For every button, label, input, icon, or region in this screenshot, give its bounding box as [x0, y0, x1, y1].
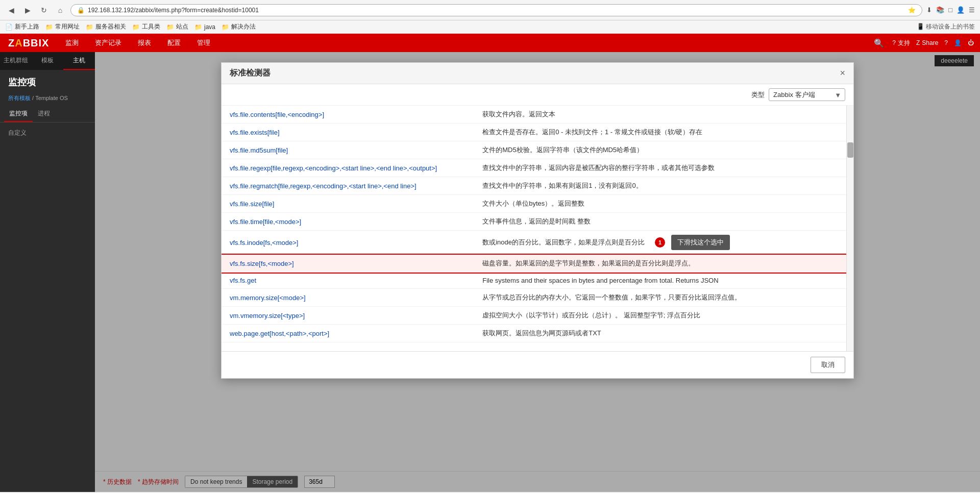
type-select-wrapper: Zabbix 客户端SNMPJMXIPMI ▼	[769, 88, 845, 101]
item-desc: 磁盘容量。如果返回的是字节则是整数，如果返回的是百分比则是浮点。	[474, 255, 853, 273]
modal-overlay: 标准检测器 × 类型 Zabbix 客户端SNMPJMXIPMI ▼	[95, 52, 980, 492]
item-key[interactable]: vfs.fs.get	[222, 273, 474, 289]
mobile-bookmarks[interactable]: 📱 移动设备上的书签	[917, 22, 975, 31]
bookmark-changyong[interactable]: 📁 常用网址	[45, 22, 80, 31]
bookmark-label: java	[204, 23, 215, 31]
search-icon[interactable]: 🔍	[874, 38, 884, 48]
bookmark-jiejue[interactable]: 📁 解决办法	[222, 22, 256, 31]
table-row[interactable]: vfs.fs.getFile systems and their spaces …	[222, 273, 853, 289]
logout-icon[interactable]: ⏻	[968, 39, 974, 46]
refresh-button[interactable]: ↻	[38, 4, 50, 16]
folder-icon: 📁	[194, 23, 202, 31]
main-nav: 监测 资产记录 报表 配置 管理	[57, 34, 218, 52]
url-bar[interactable]: 🔒 192.168.132.192/zabbix/items.php?form=…	[70, 4, 922, 16]
forward-button[interactable]: ▶	[21, 4, 34, 16]
item-desc: 文件大小（单位bytes）。返回整数	[474, 195, 853, 213]
folder-icon: 📁	[222, 23, 229, 31]
sidebar-sub-tab-items[interactable]: 监控项	[4, 106, 33, 122]
sidebar-tab-templates[interactable]: 模板	[32, 52, 63, 70]
main-content: deeeelete 标准检测器 × 类型 Zabbix 客户端SNMPJMXIP…	[95, 52, 980, 492]
user-icon[interactable]: 👤	[954, 39, 962, 46]
table-row[interactable]: vfs.file.md5sum[file]文件的MD5校验。返回字符串（该文件的…	[222, 141, 853, 159]
item-key[interactable]: vfs.file.md5sum[file]	[222, 141, 474, 159]
item-desc: 检查文件是否存在。返回0 - 未找到文件；1 - 常规文件或链接（软/硬）存在	[474, 124, 853, 141]
nav-admin[interactable]: 管理	[189, 34, 218, 52]
nav-reports[interactable]: 报表	[130, 34, 159, 52]
modal-title: 标准检测器	[230, 68, 271, 79]
browser-actions: ⬇ 📚 □ 👤 ☰	[926, 6, 975, 14]
scrollbar-thumb[interactable]	[847, 142, 853, 158]
item-desc: 获取文件内容。返回文本	[474, 106, 853, 124]
bookmark-xinshang[interactable]: 📄 新手上路	[5, 22, 39, 31]
nav-right: ? 支持 Z Share ? 👤 ⏻	[892, 39, 980, 47]
library-icon[interactable]: 📚	[936, 6, 944, 14]
share-label: Share	[922, 39, 938, 46]
item-key[interactable]: vfs.file.contents[file,<encoding>]	[222, 106, 474, 124]
nav-assets[interactable]: 资产记录	[87, 34, 130, 52]
reader-icon[interactable]: □	[948, 6, 952, 14]
table-row[interactable]: vfs.file.regmatch[file,regexp,<encoding>…	[222, 177, 853, 195]
home-button[interactable]: ⌂	[54, 4, 66, 16]
item-desc: 数或inode的百分比。返回数字，如果是浮点则是百分比1下滑找这个选中	[474, 231, 853, 255]
sync-icon[interactable]: 👤	[957, 6, 965, 14]
menu-icon[interactable]: ☰	[969, 6, 975, 14]
bookmark-label: 新手上路	[15, 22, 39, 31]
modal-body[interactable]: vfs.file.contents[file,<encoding>]获取文件内容…	[222, 106, 853, 351]
sidebar-sub-tabs: 监控项 进程	[0, 106, 95, 122]
table-row[interactable]: web.page.get[host,<path>,<port>]获取网页。返回信…	[222, 325, 853, 342]
item-key[interactable]: vfs.fs.size[fs,<mode>]	[222, 255, 474, 273]
standard-detector-modal: 标准检测器 × 类型 Zabbix 客户端SNMPJMXIPMI ▼	[221, 62, 854, 379]
table-row[interactable]: vm.vmemory.size[<type>]虚拟空间大小（以字节计）或百分比（…	[222, 307, 853, 325]
help-icon[interactable]: ?	[944, 39, 948, 46]
item-key[interactable]: vfs.file.exists[file]	[222, 124, 474, 141]
bookmark-zhandian[interactable]: 📁 站点	[166, 22, 188, 31]
bookmark-label: 解决办法	[231, 22, 256, 31]
custom-label: 自定义	[0, 122, 95, 139]
zabbix-logo: ZABBIX	[0, 34, 57, 52]
page-icon: 📄	[5, 23, 13, 31]
url-text: 192.168.132.192/zabbix/items.php?form=cr…	[88, 7, 905, 14]
type-select[interactable]: Zabbix 客户端SNMPJMXIPMI	[769, 88, 845, 101]
item-key[interactable]: vm.memory.size[<mode>]	[222, 289, 474, 307]
table-row[interactable]: vfs.fs.size[fs,<mode>]磁盘容量。如果返回的是字节则是整数，…	[222, 255, 853, 273]
bookmark-java[interactable]: 📁 java	[194, 23, 215, 31]
item-key[interactable]: vfs.file.size[file]	[222, 195, 474, 213]
bookmark-gongju[interactable]: 📁 工具类	[132, 22, 160, 31]
type-label: 类型	[751, 90, 765, 100]
modal-footer: 取消	[222, 351, 853, 378]
share-icon: Z	[916, 39, 920, 46]
sidebar-tab-hostgroups[interactable]: 主机群组	[0, 52, 32, 70]
table-row[interactable]: vfs.fs.inode[fs,<mode>]数或inode的百分比。返回数字，…	[222, 231, 853, 255]
zabbix-topbar: ZABBIX 监测 资产记录 报表 配置 管理 🔍 ? 支持 Z Share ?…	[0, 34, 980, 52]
cancel-button[interactable]: 取消	[811, 357, 845, 373]
share-link[interactable]: Z Share	[916, 39, 938, 46]
table-row[interactable]: vm.memory.size[<mode>]从字节或总百分比的内存大小。它返回一…	[222, 289, 853, 307]
bookmark-label: 站点	[176, 22, 188, 31]
nav-monitor[interactable]: 监测	[57, 34, 87, 52]
support-link[interactable]: ? 支持	[892, 39, 910, 47]
bookmark-fuwuqi[interactable]: 📁 服务器相关	[86, 22, 126, 31]
table-row[interactable]: vfs.file.regexp[file,regexp,<encoding>,<…	[222, 159, 853, 177]
sidebar-sub-tab-processes[interactable]: 进程	[33, 106, 55, 122]
item-key[interactable]: vfs.file.time[file,<mode>]	[222, 213, 474, 231]
table-row[interactable]: vfs.file.time[file,<mode>]文件事件信息，返回的是时间戳…	[222, 213, 853, 231]
item-desc: 从字节或总百分比的内存大小。它返回一个整数值，如果字节，只要百分比返回浮点值。	[474, 289, 853, 307]
item-key[interactable]: vfs.file.regexp[file,regexp,<encoding>,<…	[222, 159, 474, 177]
modal-close-button[interactable]: ×	[840, 68, 845, 79]
breadcrumb-all-templates[interactable]: 所有模板	[8, 95, 31, 101]
nav-config[interactable]: 配置	[159, 34, 189, 52]
modal-header: 标准检测器 ×	[222, 63, 853, 84]
table-row[interactable]: vfs.file.contents[file,<encoding>]获取文件内容…	[222, 106, 853, 124]
download-icon[interactable]: ⬇	[926, 6, 932, 14]
support-label: 支持	[898, 39, 910, 47]
item-key[interactable]: vfs.file.regmatch[file,regexp,<encoding>…	[222, 177, 474, 195]
tooltip-badge[interactable]: 1	[655, 237, 665, 248]
table-row[interactable]: vfs.file.size[file]文件大小（单位bytes）。返回整数	[222, 195, 853, 213]
item-key[interactable]: web.page.get[host,<path>,<port>]	[222, 325, 474, 342]
item-key[interactable]: vfs.fs.inode[fs,<mode>]	[222, 231, 474, 255]
table-row[interactable]: vfs.file.exists[file]检查文件是否存在。返回0 - 未找到文…	[222, 124, 853, 141]
app-layout: 主机群组 模板 主机 监控项 所有模板 / Template OS 监控项 进程…	[0, 52, 980, 492]
back-button[interactable]: ◀	[5, 4, 17, 16]
sidebar-tab-hosts[interactable]: 主机	[63, 52, 95, 70]
item-key[interactable]: vm.vmemory.size[<type>]	[222, 307, 474, 325]
